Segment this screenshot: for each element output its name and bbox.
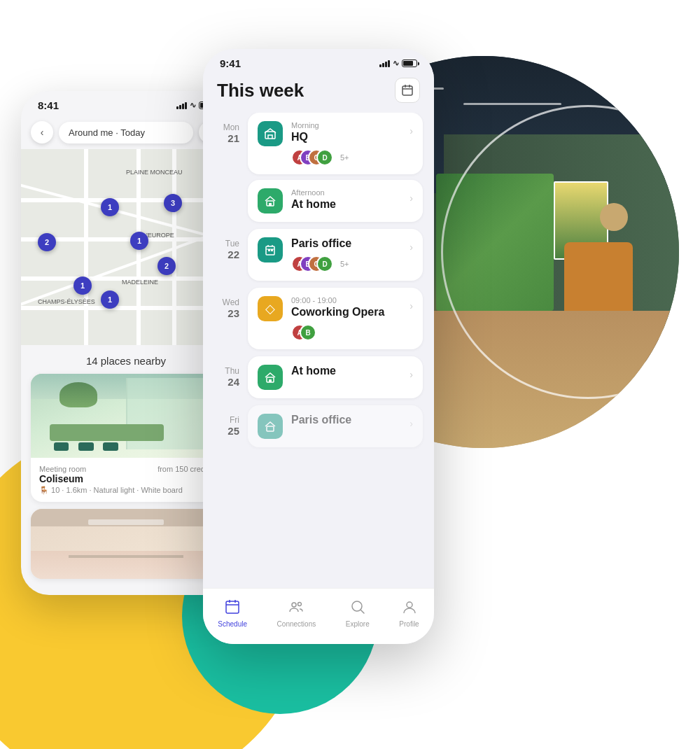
nav-connections[interactable]: Connections	[277, 599, 316, 628]
schedule-card-at-home-mon[interactable]: Afternoon At home ›	[248, 180, 423, 222]
svg-point-26	[352, 601, 362, 611]
hq-name: HQ	[291, 131, 401, 144]
day-cards-mon: Morning HQ A B C D 5+ ›	[248, 113, 423, 222]
home-icon-mon	[258, 188, 283, 214]
home-icon-thu	[258, 365, 283, 390]
place-img-2	[31, 509, 221, 579]
paris-office-name: Paris office	[291, 237, 401, 250]
signal-bars	[176, 102, 187, 109]
map-pin-2b[interactable]: 2	[158, 257, 176, 275]
cowork-avatar-2: B	[300, 324, 316, 341]
schedule-nav-label: Schedule	[218, 620, 247, 628]
map-pin-2a[interactable]: 2	[38, 233, 56, 251]
hq-icon	[258, 121, 283, 146]
hq-avatars: A B C D 5+	[291, 149, 401, 166]
map-header: ‹ Around me · Today	[21, 115, 231, 149]
paris-avatars: A B C D 5+	[291, 255, 401, 272]
left-time: 8:41	[38, 99, 59, 111]
day-row-mon: Mon 21 Morning	[214, 113, 423, 222]
map-pin-1d[interactable]: 1	[101, 290, 119, 309]
bottom-nav: Schedule Connections	[203, 588, 434, 644]
paris-chevron: ›	[410, 237, 413, 253]
avatar-4: D	[316, 149, 333, 166]
schedule-card-paris[interactable]: Paris office A B C D 5+ ›	[248, 229, 423, 281]
day-row-wed: Wed 23 ◇ 09:00 - 19:00 Coworking Opera A…	[214, 288, 423, 349]
day-cards-fri: Paris office ›	[248, 405, 423, 447]
schedule-nav-icon	[225, 599, 240, 618]
day-row-fri: Fri 25 Paris office	[214, 405, 423, 447]
day-cards-wed: ◇ 09:00 - 19:00 Coworking Opera A B ›	[248, 288, 423, 349]
svg-point-28	[407, 602, 412, 608]
day-cards-tue: Paris office A B C D 5+ ›	[248, 229, 423, 281]
day-label-thu: Thu 24	[214, 356, 239, 398]
map-label-champs: CHAMPS-ÉLYSÉES	[38, 298, 95, 305]
schedule-card-hq[interactable]: Morning HQ A B C D 5+ ›	[248, 113, 423, 174]
at-home-mon-subtitle: Afternoon	[291, 188, 401, 197]
explore-nav-label: Explore	[346, 620, 370, 628]
connections-nav-label: Connections	[277, 620, 316, 628]
at-home-mon-body: Afternoon At home	[291, 188, 401, 211]
hq-card-body: Morning HQ A B C D 5+	[291, 121, 401, 166]
at-home-thu-name: At home	[291, 365, 401, 377]
right-wifi-icon: ∿	[393, 59, 399, 68]
cowork-body: 09:00 - 19:00 Coworking Opera A B	[291, 296, 401, 341]
schedule-scroll[interactable]: Mon 21 Morning	[203, 113, 434, 644]
svg-rect-20	[226, 601, 239, 613]
place-info-coliseum: Meeting room Coliseum from 150 credits 🪑…	[31, 458, 221, 502]
svg-line-27	[360, 610, 364, 614]
place-details-coliseum: 🪑 10 · 1.6km · Natural light · White boa…	[39, 486, 213, 495]
svg-rect-12	[269, 203, 272, 206]
fri-icon	[258, 414, 283, 439]
map-label-madeleine: MADELEINE	[122, 279, 158, 286]
place-card-2[interactable]	[31, 509, 221, 579]
avatar-more-hq: 5+	[340, 153, 349, 162]
map-pin-1[interactable]: 1	[101, 198, 119, 216]
paris-avatar-4: D	[316, 255, 333, 272]
day-label-fri: Fri 25	[214, 405, 239, 447]
map-pin-1c[interactable]: 1	[74, 276, 92, 295]
cowork-name: Coworking Opera	[291, 306, 401, 318]
paris-office-icon	[258, 237, 283, 262]
search-pill[interactable]: Around me · Today	[59, 122, 193, 144]
right-status-bar: 9:41 ∿	[203, 49, 434, 74]
map-pin-3[interactable]: 3	[164, 194, 182, 212]
place-name-coliseum: Coliseum	[39, 473, 86, 484]
cowork-icon: ◇	[258, 296, 283, 321]
wifi-icon: ∿	[190, 101, 196, 110]
places-nearby-label: 14 places nearby	[21, 345, 231, 374]
schedule-card-cowork[interactable]: ◇ 09:00 - 19:00 Coworking Opera A B ›	[248, 288, 423, 349]
cowork-time: 09:00 - 19:00	[291, 296, 401, 304]
cowork-avatars: A B	[291, 324, 401, 341]
schedule-card-fri[interactable]: Paris office ›	[248, 405, 423, 447]
paris-office-body: Paris office A B C D 5+	[291, 237, 401, 272]
at-home-thu-body: At home	[291, 365, 401, 377]
svg-point-25	[298, 603, 302, 606]
fri-chevron: ›	[410, 414, 413, 429]
svg-rect-18	[269, 379, 272, 382]
calendar-icon-button[interactable]	[395, 78, 420, 103]
at-home-mon-name: At home	[291, 198, 401, 211]
right-status-icons: ∿	[379, 59, 417, 68]
place-type-coliseum: Meeting room	[39, 465, 86, 473]
map-label-plaine: PLAINE MONCEAU	[126, 169, 183, 176]
back-button[interactable]: ‹	[31, 121, 53, 144]
schedule-header: This week	[203, 74, 434, 113]
hq-subtitle: Morning	[291, 121, 401, 130]
schedule-title: This week	[217, 80, 304, 102]
schedule-card-at-home-thu[interactable]: At home ›	[248, 356, 423, 398]
connections-nav-icon	[288, 599, 304, 618]
fri-body: Paris office	[291, 414, 401, 426]
place-card-coliseum[interactable]: Meeting room Coliseum from 150 credits 🪑…	[31, 374, 221, 502]
map-view: PLAINE MONCEAU L'EUROPE MADELEINE CHAMPS…	[21, 149, 231, 345]
right-battery-icon	[402, 59, 417, 67]
day-label-mon: Mon 21	[214, 113, 239, 222]
fri-name: Paris office	[291, 414, 401, 426]
map-pin-1b[interactable]: 1	[130, 232, 148, 250]
svg-point-24	[292, 603, 296, 607]
day-cards-thu: At home ›	[248, 356, 423, 398]
nav-explore[interactable]: Explore	[346, 599, 370, 628]
at-home-mon-chevron: ›	[410, 188, 413, 204]
nav-schedule[interactable]: Schedule	[218, 599, 247, 628]
nav-profile[interactable]: Profile	[399, 599, 419, 628]
right-time: 9:41	[220, 57, 241, 69]
